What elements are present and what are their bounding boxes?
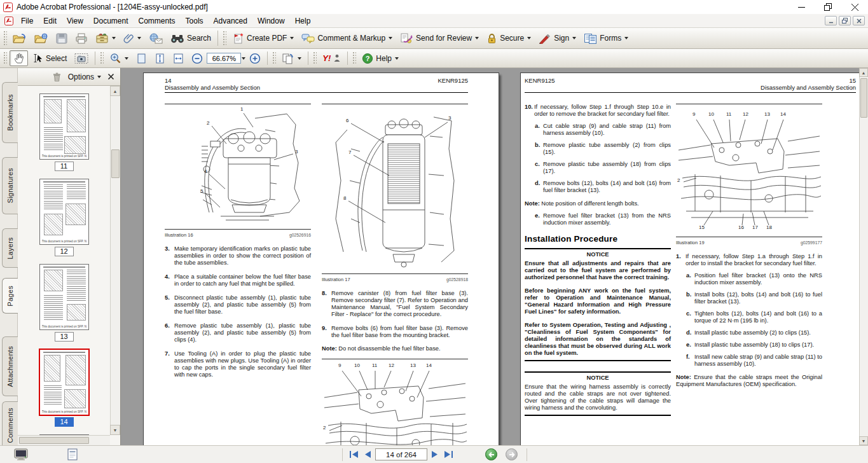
print-button[interactable] (72, 31, 91, 46)
toolbar-grip[interactable] (3, 31, 7, 46)
scroll-thumb[interactable] (19, 437, 89, 444)
scroll-down-arrow[interactable]: ▼ (859, 436, 868, 445)
toolbar-grip[interactable] (313, 52, 317, 65)
menu-file[interactable]: File (16, 15, 38, 27)
single-page-view-button[interactable] (67, 448, 78, 463)
snapshot-tool-button[interactable] (71, 51, 92, 66)
delete-pages-trash-icon[interactable] (52, 72, 62, 82)
fit-page-icon (155, 53, 165, 64)
zoom-tool-button[interactable] (106, 50, 132, 66)
page15-column-right: 9 10 11 12 13 14 2 15 16 17 18 Illustrat… (676, 104, 822, 388)
select-tool-button[interactable]: Select (29, 51, 70, 66)
fullscreen-view-button[interactable] (14, 448, 29, 463)
previous-view-button[interactable] (485, 448, 497, 460)
titlebar: Adobe Acrobat Professional - [1204E-assy… (0, 0, 868, 14)
last-page-button[interactable] (443, 450, 454, 459)
search-button[interactable]: Search (167, 32, 214, 45)
pages-panel-vscrollbar[interactable]: ▲ ▼ (110, 86, 120, 435)
page-display-button[interactable] (279, 51, 305, 66)
actual-size-icon (136, 53, 147, 64)
menu-comments[interactable]: Comments (134, 15, 181, 27)
open-web-button[interactable] (31, 31, 52, 46)
create-pdf-icon (232, 32, 244, 44)
tab-layers[interactable]: Layers (2, 228, 18, 268)
page14-column-left: 1 2 3 4 5 Illustration 16 g02526916 3.Ma… (165, 104, 311, 378)
sign-button[interactable]: Sign (535, 31, 579, 46)
menu-view[interactable]: View (62, 15, 88, 27)
tab-attachments[interactable]: Attachments (2, 336, 18, 396)
toolbar-grip[interactable] (352, 52, 356, 65)
page-thumbnail[interactable]: This document is printed on SFP. Not to … (39, 179, 89, 256)
page-number-box[interactable]: 14 of 264 (375, 448, 427, 460)
page-thumbnail[interactable]: This document is printed on SFP. Not to … (39, 93, 89, 171)
next-page-button[interactable] (431, 450, 439, 459)
fit-page-button[interactable] (151, 51, 169, 66)
doc-restore-button[interactable] (839, 16, 851, 25)
tab-pages[interactable]: Pages (2, 278, 18, 314)
zoom-level-input[interactable] (207, 53, 241, 64)
options-menu-button[interactable]: Options (68, 73, 101, 81)
doc-minimize-button[interactable] (825, 16, 837, 25)
note-line: Note: Do not disassemble the fuel filter… (322, 345, 468, 352)
yahoo-messenger-button[interactable]: Y! (319, 52, 344, 65)
close-button[interactable] (841, 0, 868, 14)
menu-advanced[interactable]: Advanced (209, 15, 252, 27)
zoom-dropdown-caret[interactable] (242, 57, 245, 60)
first-page-button[interactable] (348, 450, 360, 459)
menu-edit[interactable]: Edit (38, 15, 62, 27)
dropdown-caret (112, 37, 116, 39)
search-label: Search (187, 34, 211, 43)
email-button[interactable] (146, 31, 166, 46)
document-vscrollbar[interactable]: ▲ ▼ (859, 68, 868, 445)
save-button[interactable] (53, 31, 71, 46)
tab-signatures[interactable]: Signatures (2, 157, 18, 214)
scroll-thumb[interactable] (111, 149, 120, 178)
toolbar-grip[interactable] (3, 52, 7, 65)
illustration-16: 1 2 3 4 5 (165, 104, 311, 230)
forms-button[interactable]: Forms (581, 31, 631, 46)
step-1d: d.Install plastic tube assembly (2) to c… (686, 329, 822, 336)
menu-window[interactable]: Window (252, 15, 290, 27)
step-5: 5.Disconnect plastic tube assembly (1), … (165, 294, 311, 315)
help-button[interactable]: ?Help (359, 51, 402, 66)
tab-comments[interactable]: Comments (2, 401, 18, 450)
toolbar-grip[interactable] (272, 52, 276, 65)
menu-tools[interactable]: Tools (181, 15, 209, 27)
toolbar-grip[interactable] (100, 52, 104, 65)
page-thumbnail-selected[interactable]: This document is printed on SFP. Not to … (39, 349, 89, 427)
menu-document[interactable]: Document (88, 15, 134, 27)
page-thumbnail[interactable]: This document is printed on SFP. Not to … (39, 264, 89, 342)
hand-tool-button[interactable] (10, 50, 28, 66)
comment-markup-label: Comment & Markup (317, 34, 385, 43)
open-button[interactable] (10, 31, 30, 46)
attach-button[interactable] (120, 31, 144, 46)
tab-bookmarks[interactable]: Bookmarks (2, 82, 18, 143)
toolbar-grip[interactable] (223, 31, 226, 46)
doc-close-button[interactable] (853, 16, 865, 25)
step-10: 10.If necessary, follow Step 1.f through… (525, 104, 671, 118)
actual-size-button[interactable] (133, 51, 150, 66)
sign-label: Sign (554, 34, 569, 43)
menu-help[interactable]: Help (290, 15, 316, 27)
minimize-button[interactable] (788, 0, 815, 14)
secure-button[interactable]: Secure (483, 31, 534, 46)
zoom-out-button[interactable] (188, 51, 206, 66)
zoom-in-button[interactable] (246, 51, 264, 66)
create-pdf-button[interactable]: Create PDF (229, 31, 297, 46)
restore-button[interactable] (815, 0, 841, 14)
previous-page-button[interactable] (363, 450, 372, 459)
scroll-up-arrow[interactable]: ▲ (110, 86, 120, 96)
page-thumbnail-label: 14 (55, 417, 74, 427)
scroll-thumb[interactable] (860, 78, 867, 118)
scroll-down-arrow[interactable]: ▼ (110, 425, 120, 435)
plus-circle-icon (249, 53, 261, 64)
comment-markup-button[interactable]: Comment & Markup (298, 31, 396, 46)
organizer-icon (95, 33, 109, 44)
scroll-up-arrow[interactable]: ▲ (859, 68, 868, 77)
next-view-button[interactable] (506, 448, 518, 460)
send-for-review-button[interactable]: Send for Review (397, 31, 482, 46)
organizer-button[interactable] (92, 31, 119, 46)
panel-close-icon[interactable] (107, 73, 114, 80)
fit-width-button[interactable] (170, 51, 187, 66)
pages-panel-hscrollbar[interactable] (18, 435, 110, 445)
